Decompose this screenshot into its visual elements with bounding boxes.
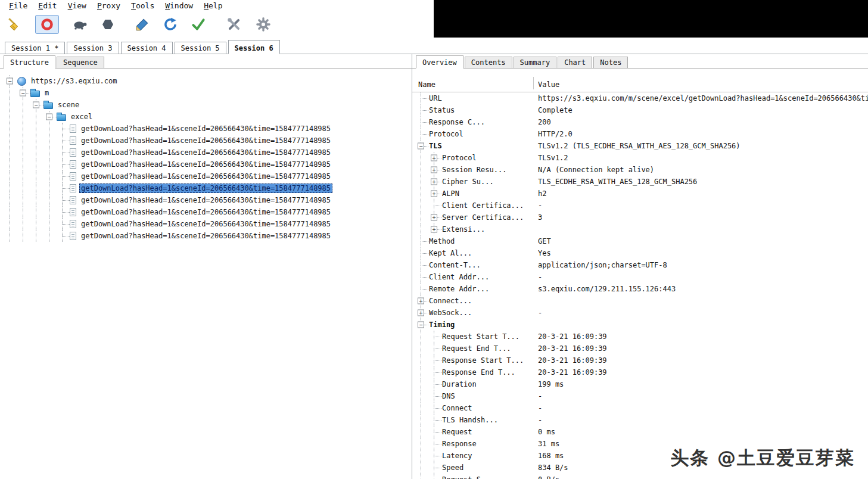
overview-row[interactable]: −Timing — [412, 319, 868, 331]
tree-request-row[interactable]: getDownLoad?hasHead=1&sceneId=206566430&… — [4, 218, 412, 230]
expand-toggle-icon[interactable]: + — [431, 191, 437, 197]
menu-item-window[interactable]: Window — [160, 1, 198, 10]
row-name: Kept Al... — [428, 249, 472, 257]
collapse-toggle-icon[interactable]: − — [20, 90, 26, 97]
session-tab-session-3[interactable]: Session 3 — [67, 42, 119, 54]
validate-button[interactable] — [191, 17, 206, 32]
tab-notes[interactable]: Notes — [593, 57, 628, 68]
collapse-toggle-icon[interactable]: − — [418, 322, 424, 328]
overview-row[interactable]: +ALPNh2 — [412, 188, 868, 200]
tab-summary[interactable]: Summary — [514, 57, 557, 68]
tab-chart[interactable]: Chart — [558, 57, 592, 68]
row-value: 20-3-21 16:09:39 — [533, 332, 868, 341]
overview-row[interactable]: TLS Handsh...- — [412, 414, 868, 426]
tree-node-row[interactable]: −m — [4, 87, 412, 99]
tree-request-row[interactable]: getDownLoad?hasHead=1&sceneId=206566430&… — [4, 182, 412, 194]
tree-node-row[interactable]: −scene — [4, 99, 412, 111]
tree-request-row[interactable]: getDownLoad?hasHead=1&sceneId=206566430&… — [4, 135, 412, 147]
tree-label: scene — [56, 100, 81, 110]
record-button[interactable] — [35, 15, 59, 34]
compose-button[interactable] — [135, 17, 150, 32]
tree-request-row[interactable]: getDownLoad?hasHead=1&sceneId=206566430&… — [4, 194, 412, 206]
overview-row[interactable]: +Extensi... — [412, 223, 868, 235]
request-icon — [70, 160, 76, 169]
row-name: Request — [441, 428, 472, 436]
tree-request-row[interactable]: getDownLoad?hasHead=1&sceneId=206566430&… — [4, 170, 412, 182]
overview-row[interactable]: Response Start T...20-3-21 16:09:39 — [412, 354, 868, 366]
overview-row[interactable]: URLhttps://s3.eqxiu.com/m/scene/excel/ge… — [412, 92, 868, 104]
overview-row[interactable]: +Cipher Su...TLS_ECDHE_RSA_WITH_AES_128_… — [412, 176, 868, 188]
expand-toggle-icon[interactable]: + — [431, 214, 437, 221]
expand-toggle-icon[interactable]: + — [418, 298, 424, 304]
overview-row[interactable]: −TLSTLSv1.2 (TLS_ECDHE_RSA_WITH_AES_128_… — [412, 140, 868, 152]
menu-item-help[interactable]: Help — [198, 1, 228, 10]
collapse-toggle-icon[interactable]: − — [7, 78, 13, 85]
menu-item-view[interactable]: View — [63, 1, 92, 10]
throttle-button[interactable] — [71, 17, 88, 32]
session-tab-session-1-[interactable]: Session 1 * — [5, 42, 65, 54]
overview-row[interactable]: Request0 ms — [412, 426, 868, 438]
overview-row[interactable]: Kept Al...Yes — [412, 247, 868, 259]
column-separator[interactable] — [533, 77, 534, 89]
overview-row[interactable]: ProtocolHTTP/2.0 — [412, 128, 868, 140]
row-name: Remote Addr... — [428, 285, 489, 293]
settings-button[interactable] — [255, 16, 272, 33]
expand-toggle-icon[interactable]: + — [431, 155, 437, 161]
overview-row[interactable]: Request End T...20-3-21 16:09:39 — [412, 343, 868, 354]
tab-sequence[interactable]: Sequence — [57, 57, 104, 68]
tree-node-row[interactable]: −https://s3.eqxiu.com — [4, 75, 412, 87]
overview-row[interactable]: Remote Addr...s3.eqxiu.com/129.211.155.1… — [412, 283, 868, 295]
tree-node-row[interactable]: −excel — [4, 111, 412, 123]
tree-request-row[interactable]: getDownLoad?hasHead=1&sceneId=206566430&… — [4, 206, 412, 218]
row-name: Response End T... — [441, 368, 515, 377]
tree-label: getDownLoad?hasHead=1&sceneId=206566430&… — [79, 124, 332, 133]
overview-row[interactable]: +Server Certifica...3 — [412, 211, 868, 223]
expand-toggle-icon[interactable]: + — [418, 310, 424, 316]
overview-row[interactable]: Client Certifica...- — [412, 200, 868, 211]
overview-row[interactable]: Connect- — [412, 402, 868, 414]
overview-row[interactable]: Response C...200 — [412, 116, 868, 128]
breakpoints-button[interactable] — [101, 17, 115, 32]
tree-request-row[interactable]: getDownLoad?hasHead=1&sceneId=206566430&… — [4, 158, 412, 170]
collapse-toggle-icon[interactable]: − — [46, 114, 52, 120]
session-tab-session-6[interactable]: Session 6 — [228, 40, 280, 54]
repeat-button[interactable] — [163, 17, 178, 32]
overview-row[interactable]: Duration199 ms — [412, 378, 868, 390]
overview-row[interactable]: StatusComplete — [412, 104, 868, 116]
tab-contents[interactable]: Contents — [465, 57, 512, 68]
session-tab-session-4[interactable]: Session 4 — [121, 42, 173, 54]
tree-label: getDownLoad?hasHead=1&sceneId=206566430&… — [79, 183, 332, 193]
overview-row[interactable]: Response End T...20-3-21 16:09:39 — [412, 366, 868, 378]
tree-label: getDownLoad?hasHead=1&sceneId=206566430&… — [79, 172, 332, 181]
overview-row[interactable]: Client Addr...- — [412, 271, 868, 283]
menu-item-tools[interactable]: Tools — [126, 1, 160, 10]
overview-row[interactable]: Request S...0 B/s — [412, 474, 868, 479]
overview-row[interactable]: +Session Resu...N/A (Connection kept ali… — [412, 164, 868, 176]
tree-request-row[interactable]: getDownLoad?hasHead=1&sceneId=206566430&… — [4, 147, 412, 158]
overview-row[interactable]: MethodGET — [412, 235, 868, 247]
collapse-toggle-icon[interactable]: − — [33, 102, 39, 108]
menu-item-proxy[interactable]: Proxy — [92, 1, 126, 10]
expand-toggle-icon[interactable]: + — [431, 226, 437, 233]
overview-row[interactable]: +Connect... — [412, 295, 868, 307]
overview-row[interactable]: +ProtocolTLSv1.2 — [412, 152, 868, 164]
clear-button[interactable] — [7, 17, 23, 32]
structure-panel: StructureSequence −https://s3.eqxiu.com−… — [0, 54, 412, 479]
overview-row[interactable]: Request Start T...20-3-21 16:09:39 — [412, 331, 868, 343]
overview-row[interactable]: DNS- — [412, 390, 868, 402]
tab-structure[interactable]: Structure — [4, 55, 55, 69]
menu-item-file[interactable]: File — [4, 1, 33, 10]
tab-overview[interactable]: Overview — [416, 55, 463, 69]
overview-row[interactable]: Content-T...application/json;charset=UTF… — [412, 259, 868, 271]
tree-request-row[interactable]: getDownLoad?hasHead=1&sceneId=206566430&… — [4, 230, 412, 242]
session-tab-session-5[interactable]: Session 5 — [175, 42, 226, 54]
menu-item-edit[interactable]: Edit — [33, 1, 62, 10]
row-value: 0 ms — [533, 428, 868, 436]
expand-toggle-icon[interactable]: + — [431, 167, 437, 173]
tools-button[interactable] — [226, 16, 242, 33]
overview-row[interactable]: +WebSock...- — [412, 307, 868, 319]
expand-toggle-icon[interactable]: + — [431, 179, 437, 185]
request-icon — [70, 136, 76, 145]
tree-request-row[interactable]: getDownLoad?hasHead=1&sceneId=206566430&… — [4, 123, 412, 135]
collapse-toggle-icon[interactable]: − — [418, 143, 424, 150]
